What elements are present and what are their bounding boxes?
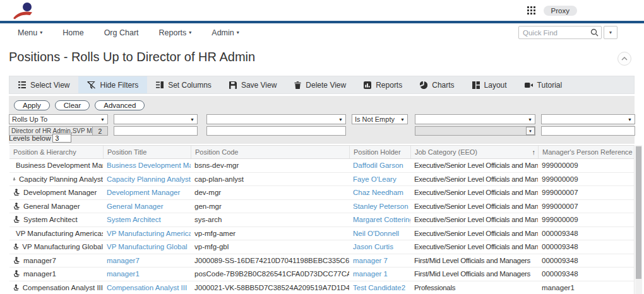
table-row[interactable]: manager7 manager7 J000089-SS-16DE74210D7… xyxy=(9,254,634,268)
vertical-scrollbar[interactable] xyxy=(635,145,642,294)
table-row[interactable]: VP Manufacturing Global VP Manufacturing… xyxy=(9,240,634,254)
col-header-position-title[interactable]: Position Title xyxy=(103,146,191,158)
position-holder-link[interactable]: Chaz Needham xyxy=(353,189,403,196)
sort-ascending-icon: ↑ xyxy=(532,148,536,156)
job-category: First/Mid Level Officials and Managers xyxy=(410,257,538,264)
toolbar-save-view[interactable]: Save View xyxy=(220,76,285,93)
scrollbar-thumb[interactable] xyxy=(636,146,641,279)
position-title-link[interactable]: VP Manufacturing Global xyxy=(107,243,188,250)
quick-find-dropdown[interactable]: ▾ xyxy=(604,26,617,39)
position-title-link[interactable]: Business Development Manager xyxy=(107,162,191,169)
filter-select-hierarchy[interactable]: Rolls Up To▼ xyxy=(9,114,108,124)
col-header-position-holder[interactable]: Position Holder xyxy=(349,146,410,158)
position-icon xyxy=(13,243,19,250)
toolbar-hide-filters[interactable]: Hide Filters xyxy=(78,76,147,93)
advanced-button[interactable]: Advanced xyxy=(95,100,145,110)
position-holder-link[interactable]: Test Candidate2 xyxy=(353,284,405,291)
filter-panel: Apply Clear Advanced Rolls Up To▼ ▼ ▼ Is… xyxy=(9,96,635,144)
nav-menu[interactable]: Menu▾ xyxy=(18,28,42,37)
position-holder-link[interactable]: Faye O'Leary xyxy=(353,175,397,183)
quick-find: ▾ xyxy=(518,26,617,39)
manager-reference-key: 999000009 xyxy=(538,175,635,183)
toolbar-layout[interactable]: Layout xyxy=(463,76,516,93)
filter-select-position-code[interactable]: ▼ xyxy=(206,114,346,124)
page-title: Positions - Rolls Up to Director of HR A… xyxy=(9,50,644,64)
chevron-down-icon: ▾ xyxy=(237,30,239,35)
position-icon xyxy=(13,203,20,210)
position-hierarchy: Development Manager xyxy=(23,189,97,196)
nav-reports[interactable]: Reports▾ xyxy=(159,28,192,37)
filter-select-job-category[interactable]: ▼ xyxy=(415,114,535,124)
levels-below-input[interactable] xyxy=(52,134,71,143)
nav-admin[interactable]: Admin▾ xyxy=(212,28,239,37)
position-title-link[interactable]: VP Manufacturing Americas xyxy=(107,230,191,237)
position-title-link[interactable]: manager1 xyxy=(107,270,140,278)
table-row[interactable]: Capacity Planning Analyst Capacity Plann… xyxy=(9,173,634,187)
job-category: Executive/Senior Level Officials and Man… xyxy=(410,189,538,196)
job-category: Executive/Senior Level Officials and Man… xyxy=(410,175,538,183)
nav-org-chart[interactable]: Org Chart xyxy=(104,28,139,37)
app-grid-icon[interactable] xyxy=(527,6,535,15)
manager-reference-key: 000009348 xyxy=(538,243,635,250)
position-holder-link[interactable]: manager 1 xyxy=(353,270,388,278)
table-row[interactable]: VP Manufacturing Americas VP Manufacturi… xyxy=(9,227,634,241)
app-window: Proxy Menu▾ Home Org Chart Reports▾ Admi… xyxy=(0,0,644,294)
position-hierarchy: General Manager xyxy=(23,203,80,210)
position-code: vp-mfg-gbl xyxy=(191,243,349,250)
position-title-link[interactable]: Compensation Analyst III xyxy=(107,284,187,291)
position-code: gen-mgr xyxy=(191,203,349,210)
position-holder-link[interactable]: Stanley Peterson xyxy=(353,203,408,210)
selection-count-badge: 2 xyxy=(92,127,107,135)
table-row[interactable]: System Architect System Architect sys-ar… xyxy=(9,213,634,227)
toolbar-select-view[interactable]: Select View xyxy=(9,76,78,93)
position-holder-link[interactable]: Daffodil Garson xyxy=(353,162,403,169)
proxy-button[interactable]: Proxy xyxy=(544,6,577,16)
position-holder-link[interactable]: Neil O'Donnell xyxy=(353,230,399,237)
position-title-link[interactable]: Development Manager xyxy=(107,189,180,196)
toolbar-reports[interactable]: Reports xyxy=(355,76,411,93)
position-code: J000089-SS-16DE74210D7041198BEBC335C6894… xyxy=(191,257,349,264)
company-logo xyxy=(11,2,35,20)
top-header: Proxy xyxy=(0,0,644,21)
position-hierarchy: Business Development Manager xyxy=(16,162,103,169)
toolbar-set-columns[interactable]: Set Columns xyxy=(147,76,220,93)
nav-home[interactable]: Home xyxy=(63,28,83,37)
quick-find-input[interactable] xyxy=(518,26,602,39)
chevron-down-icon: ▼ xyxy=(628,117,632,122)
col-header-position-code[interactable]: Position Code xyxy=(191,146,349,158)
toolbar-charts[interactable]: Charts xyxy=(411,76,463,93)
save-icon xyxy=(229,81,237,89)
table-row[interactable]: manager1 manager1 posCode-7B9B2B0C826541… xyxy=(9,268,634,281)
filter-input-position-title[interactable] xyxy=(114,126,198,136)
filter-input-manager-key[interactable] xyxy=(541,126,635,136)
filter-select-position-title[interactable]: ▼ xyxy=(114,114,198,124)
clear-button[interactable]: Clear xyxy=(55,100,90,110)
apply-button[interactable]: Apply xyxy=(14,100,50,110)
filter-input-position-code[interactable] xyxy=(206,126,346,136)
position-code: dev-mgr xyxy=(191,189,349,196)
search-icon[interactable] xyxy=(590,28,599,37)
col-header-job-category[interactable]: Job Category (EEO)↑ xyxy=(410,146,538,158)
position-title-link[interactable]: Capacity Planning Analyst xyxy=(107,175,191,183)
toolbar-delete-view[interactable]: Delete View xyxy=(285,76,355,93)
filter-select-manager-key[interactable]: ▼ xyxy=(541,114,635,124)
table-row[interactable]: General Manager General Manager gen-mgr … xyxy=(9,200,634,214)
position-holder-link[interactable]: Margaret Cottering xyxy=(353,216,410,223)
col-header-position-hierarchy[interactable]: Position & Hierarchy xyxy=(9,146,103,158)
table-row[interactable]: Business Development Manager Business De… xyxy=(9,159,634,173)
col-header-manager-key[interactable]: Manager's Person Reference Key xyxy=(538,146,635,158)
position-title-link[interactable]: General Manager xyxy=(107,203,164,210)
position-holder-link[interactable]: manager 7 xyxy=(353,257,388,264)
manager-reference-key: 999000009 xyxy=(538,162,635,169)
table-row[interactable]: Development Manager Development Manager … xyxy=(9,186,634,200)
collapse-button[interactable] xyxy=(617,52,631,66)
filter-select-position-holder[interactable]: Is Not Empty▼ xyxy=(352,114,408,124)
job-category-dropdown-button[interactable]: ▼ xyxy=(526,127,535,135)
toolbar-tutorial[interactable]: Tutorial xyxy=(516,76,571,93)
table-row[interactable]: Compensation Analyst III Compensation An… xyxy=(9,281,634,294)
job-category: Executive/Senior Level Officials and Man… xyxy=(410,162,538,169)
list-icon xyxy=(18,81,26,88)
position-title-link[interactable]: System Architect xyxy=(107,216,161,223)
position-holder-link[interactable]: Jason Curtis xyxy=(353,243,393,250)
position-title-link[interactable]: manager7 xyxy=(107,257,140,264)
